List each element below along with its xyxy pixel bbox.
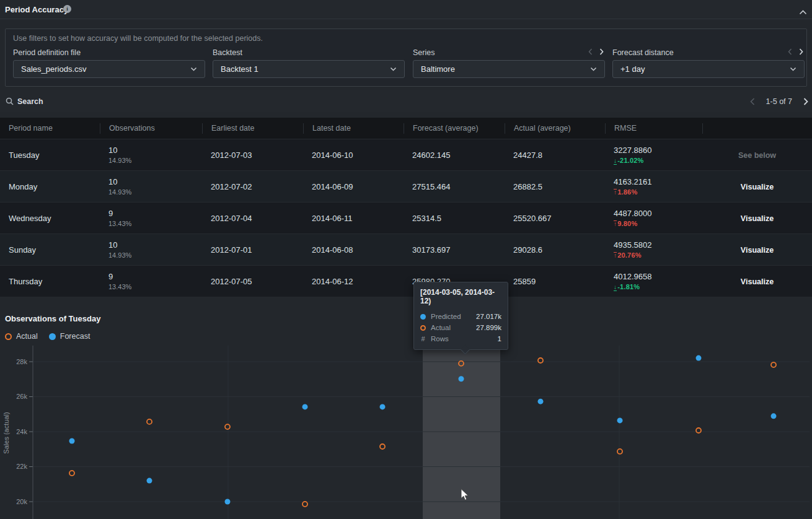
- forecast-distance-prev-button[interactable]: [788, 48, 792, 55]
- down-arrow-icon: ↓: [614, 158, 617, 165]
- rmse-delta: ↑9.80%: [614, 220, 702, 227]
- tooltip-row-actual: Actual 27.899k: [420, 322, 501, 333]
- section-header-bar: Period Accuracy i: [0, 0, 812, 19]
- chevron-up-icon: [799, 10, 807, 15]
- observations-cell: 1014.93%: [100, 146, 202, 164]
- legend-item-forecast[interactable]: Forecast: [49, 332, 90, 341]
- chart-legend: Actual Forecast: [5, 332, 90, 341]
- page-title: Period Accuracy: [5, 5, 68, 14]
- select-value: +1 day: [620, 64, 645, 74]
- series-prev-button[interactable]: [588, 48, 593, 55]
- forecast-point[interactable]: [459, 376, 464, 382]
- row-action-cell: Visualize: [702, 277, 812, 286]
- chevron-left-icon: [788, 48, 792, 55]
- forecast-average-cell: 24602.145: [404, 150, 505, 160]
- period-accuracy-table: Period name Observations Earliest date L…: [0, 118, 812, 297]
- search-label: Search: [17, 97, 43, 106]
- period-name-cell: Wednesday: [0, 214, 100, 223]
- forecast-point[interactable]: [147, 478, 152, 484]
- tooltip-label: Actual: [431, 324, 451, 331]
- observations-scatter-chart[interactable]: 28k26k24k22k20kSales (actual): [0, 344, 812, 519]
- pagination-range: 1-5 of 7: [766, 97, 792, 106]
- latest-date-cell: 2014-06-10: [303, 150, 404, 160]
- svg-text:24k: 24k: [16, 428, 27, 435]
- row-action-cell: Visualize: [702, 214, 812, 223]
- period-name-cell: Tuesday: [0, 150, 100, 160]
- info-icon[interactable]: i: [63, 5, 71, 13]
- latest-date-cell: 2014-06-09: [303, 182, 404, 191]
- forecast-point[interactable]: [225, 499, 231, 505]
- forecast-point[interactable]: [302, 404, 308, 409]
- actual-point[interactable]: [538, 358, 543, 363]
- actual-point[interactable]: [225, 424, 230, 429]
- actual-point[interactable]: [380, 444, 385, 449]
- tooltip-value: 1: [498, 335, 501, 342]
- forecast-point[interactable]: [69, 438, 75, 443]
- forecast-point[interactable]: [380, 404, 386, 409]
- legend-label: Forecast: [60, 332, 90, 341]
- visualize-button[interactable]: Visualize: [741, 214, 774, 223]
- legend-item-actual[interactable]: Actual: [5, 332, 38, 341]
- actual-point[interactable]: [771, 362, 776, 367]
- column-header-latest-date[interactable]: Latest date: [303, 123, 404, 134]
- backtest-select[interactable]: Backtest 1: [213, 60, 405, 78]
- column-header-rmse[interactable]: RMSE: [605, 123, 702, 134]
- pagination-prev-button[interactable]: [749, 97, 756, 107]
- series-next-button[interactable]: [599, 48, 604, 55]
- filter-label: Series: [413, 48, 435, 57]
- svg-text:20k: 20k: [16, 498, 27, 505]
- visualize-button[interactable]: Visualize: [741, 277, 774, 286]
- forecast-point[interactable]: [617, 417, 623, 423]
- period-name-cell: Sunday: [0, 245, 100, 255]
- search-bar[interactable]: Search: [0, 90, 812, 112]
- series-select[interactable]: Baltimore: [413, 60, 605, 78]
- pagination-next-button[interactable]: [802, 97, 810, 107]
- collapse-section-button[interactable]: [799, 6, 807, 17]
- filter-backtest: Backtest Backtest 1: [213, 29, 405, 86]
- latest-date-cell: 2014-06-08: [303, 245, 404, 255]
- chevron-down-icon: [190, 67, 197, 71]
- visualize-button[interactable]: Visualize: [741, 183, 774, 191]
- forecast-point[interactable]: [771, 413, 777, 419]
- rmse-delta: ↓-1.81%: [614, 283, 702, 291]
- tooltip-value: 27.017k: [476, 313, 501, 320]
- column-header-forecast-average[interactable]: Forecast (average): [404, 123, 505, 134]
- actual-point[interactable]: [617, 449, 622, 454]
- forecast-point[interactable]: [538, 399, 544, 404]
- table-row: Sunday1014.93%2012-07-012014-06-0830173.…: [0, 233, 812, 265]
- select-value: Baltimore: [421, 64, 455, 74]
- column-header-actions: [702, 123, 812, 134]
- forecast-distance-next-button[interactable]: [799, 48, 803, 55]
- period-definition-file-select[interactable]: Sales_periods.csv: [13, 60, 205, 78]
- earliest-date-cell: 2012-07-05: [202, 277, 303, 286]
- actual-marker-icon: [5, 333, 12, 340]
- filter-label: Backtest: [213, 48, 242, 57]
- observations-percent: 14.93%: [108, 251, 202, 259]
- chevron-right-icon: [799, 48, 803, 55]
- chevron-right-icon: [599, 48, 604, 55]
- actual-marker-icon: [420, 325, 426, 331]
- actual-point[interactable]: [696, 428, 701, 433]
- actual-point[interactable]: [302, 502, 307, 507]
- actual-average-cell: 29028.6: [505, 245, 605, 255]
- search-icon: [6, 97, 14, 105]
- rmse-delta: ↑20.76%: [614, 251, 702, 259]
- forecast-distance-select[interactable]: +1 day: [612, 60, 805, 78]
- column-header-observations[interactable]: Observations: [100, 123, 202, 134]
- actual-average-cell: 25859: [505, 277, 605, 286]
- column-header-actual-average[interactable]: Actual (average): [505, 123, 605, 134]
- visualize-button[interactable]: Visualize: [741, 246, 774, 255]
- latest-date-cell: 2014-06-11: [303, 214, 404, 223]
- table-row: Tuesday1014.93%2012-07-032014-06-1024602…: [0, 139, 812, 170]
- actual-point[interactable]: [69, 471, 74, 476]
- series-pager: [588, 48, 604, 55]
- table-header-row: Period name Observations Earliest date L…: [0, 118, 812, 139]
- forecast-average-cell: 27515.464: [404, 182, 505, 191]
- observations-percent: 13.43%: [108, 220, 202, 227]
- column-header-earliest-date[interactable]: Earliest date: [202, 123, 303, 134]
- forecast-point[interactable]: [696, 355, 702, 361]
- filter-forecast-distance: Forecast distance +1 day: [612, 29, 805, 86]
- up-arrow-icon: ↑: [614, 220, 617, 227]
- actual-point[interactable]: [147, 419, 152, 424]
- column-header-period-name[interactable]: Period name: [0, 123, 100, 134]
